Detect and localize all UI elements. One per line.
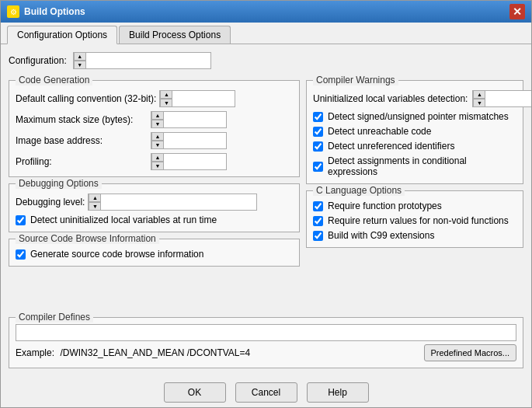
ib-spin-down[interactable]: ▼ xyxy=(151,141,164,149)
profiling-label: Profiling: xyxy=(16,156,148,167)
compiler-warnings-group: Compiler Warnings Uninitialized local va… xyxy=(306,80,523,184)
dl-spin-down[interactable]: ▼ xyxy=(89,202,101,211)
title-bar: ⚙ Build Options ✕ xyxy=(1,1,531,23)
dl-spin-up[interactable]: ▲ xyxy=(89,194,101,202)
main-panels: Code Generation Default calling conventi… xyxy=(9,80,523,311)
detect-uninit-row: Detect uninitialized local variables at … xyxy=(16,214,293,225)
generate-browse-label: Generate source code browse information xyxy=(30,249,203,260)
tab-content: Configuration: ▲ ▼ All Configurations Co… xyxy=(1,44,531,376)
predefined-macros-button[interactable]: Predefined Macros... xyxy=(424,344,517,361)
debug-level-spinner[interactable]: ▲ ▼ Extended xyxy=(88,194,257,211)
generate-browse-checkbox[interactable] xyxy=(16,249,26,260)
warn-check-3: Detect assignments in conditional expres… xyxy=(313,155,516,177)
image-base-row: Image base address: ▲ ▼ x00400000 xyxy=(16,132,293,149)
warn-checkbox-3[interactable] xyxy=(313,162,323,172)
clang-checkbox-1[interactable] xyxy=(313,216,323,226)
cancel-button[interactable]: Cancel xyxy=(235,382,297,403)
compiler-warnings-title: Compiler Warnings xyxy=(313,75,398,85)
generate-browse-row: Generate source code browse information xyxy=(16,249,293,260)
clang-check-0: Require function prototypes xyxy=(313,201,516,211)
build-options-window: ⚙ Build Options ✕ Configuration Options … xyxy=(0,0,532,408)
warn-check-2: Detect unreferenced identifiers xyxy=(313,141,516,152)
configuration-spinner[interactable]: ▲ ▼ All Configurations xyxy=(73,52,211,69)
calling-convention-row: Default calling convention (32-bit): ▲ ▼… xyxy=(16,90,293,107)
example-label: Example: xyxy=(16,347,54,358)
code-generation-title: Code Generation xyxy=(16,75,92,85)
left-column: Code Generation Default calling conventi… xyxy=(9,80,300,311)
warn-label-2: Detect unreferenced identifiers xyxy=(328,141,454,152)
image-base-input[interactable]: x00400000 xyxy=(164,133,226,148)
source-browse-group: Source Code Browse Information Generate … xyxy=(9,239,300,267)
warn-check-1: Detect unreachable code xyxy=(313,126,516,137)
clang-check-2: Build with C99 extensions xyxy=(313,230,516,241)
uninit-detection-row: Uninitialized local variables detection:… xyxy=(313,90,516,107)
warn-checkbox-2[interactable] xyxy=(313,141,323,152)
code-generation-content: Default calling convention (32-bit): ▲ ▼… xyxy=(16,90,293,170)
uninit-detection-label: Uninitialized local variables detection: xyxy=(313,93,468,104)
compiler-defines-group: Compiler Defines /DWIN32_LEAN_AND_MEAN E… xyxy=(9,317,523,368)
calling-convention-input[interactable]: __cdecl xyxy=(172,91,235,106)
window-icon: ⚙ xyxy=(7,5,19,18)
ud-spin-up[interactable]: ▲ xyxy=(473,90,485,99)
calling-convention-spinner[interactable]: ▲ ▼ __cdecl xyxy=(159,90,235,107)
config-spin-down[interactable]: ▼ xyxy=(74,61,86,69)
cc-spin-down[interactable]: ▼ xyxy=(160,99,172,107)
ok-button[interactable]: OK xyxy=(164,382,226,403)
ib-spin-up[interactable]: ▲ xyxy=(151,132,164,141)
configuration-label: Configuration: xyxy=(9,55,67,66)
uninit-detection-input[interactable]: Aggressive xyxy=(485,91,531,106)
image-base-spinner[interactable]: ▲ ▼ x00400000 xyxy=(151,132,227,149)
defines-example-text: Example: /DWIN32_LEAN_AND_MEAN /DCONTVAL… xyxy=(16,347,250,358)
title-bar-left: ⚙ Build Options xyxy=(7,5,85,18)
c-language-title: C Language Options xyxy=(313,185,405,196)
stack-size-label: Maximum stack size (bytes): xyxy=(16,114,148,125)
code-generation-group: Code Generation Default calling conventi… xyxy=(9,80,300,177)
clang-checkbox-2[interactable] xyxy=(313,231,323,241)
debugging-content: Debugging level: ▲ ▼ Extended xyxy=(16,194,293,225)
debug-level-input[interactable]: Extended xyxy=(101,194,256,210)
uninit-detection-spinner[interactable]: ▲ ▼ Aggressive xyxy=(472,90,531,107)
tab-build-process[interactable]: Build Process Options xyxy=(119,26,231,44)
clang-check-1: Require return values for non-void funct… xyxy=(313,215,516,226)
close-button[interactable]: ✕ xyxy=(509,4,525,19)
clang-label-0: Require function prototypes xyxy=(328,201,442,211)
clang-label-1: Require return values for non-void funct… xyxy=(328,215,509,226)
cc-spin-up[interactable]: ▲ xyxy=(160,90,172,99)
source-browse-title: Source Code Browse Information xyxy=(16,233,159,244)
profiling-spinner[interactable]: ▲ ▼ Disabled xyxy=(151,153,227,170)
clang-label-2: Build with C99 extensions xyxy=(328,230,434,241)
pr-spin-up[interactable]: ▲ xyxy=(151,153,164,162)
tab-configuration[interactable]: Configuration Options xyxy=(7,26,117,44)
clang-checkbox-0[interactable] xyxy=(313,201,323,211)
debugging-group: Debugging Options Debugging level: ▲ ▼ E… xyxy=(9,183,300,232)
c-language-content: Require function prototypes Require retu… xyxy=(313,201,516,241)
stack-size-input[interactable]: 250000 xyxy=(164,112,226,127)
profiling-row: Profiling: ▲ ▼ Disabled xyxy=(16,153,293,170)
c-language-group: C Language Options Require function prot… xyxy=(306,190,523,248)
warn-checkbox-0[interactable] xyxy=(313,112,323,122)
configuration-row: Configuration: ▲ ▼ All Configurations xyxy=(9,52,523,69)
help-button[interactable]: Help xyxy=(307,382,369,403)
ss-spin-up[interactable]: ▲ xyxy=(151,111,164,120)
ss-spin-down[interactable]: ▼ xyxy=(151,120,164,128)
example-value: /DWIN32_LEAN_AND_MEAN /DCONTVAL=4 xyxy=(60,347,250,358)
warn-label-1: Detect unreachable code xyxy=(328,126,431,137)
warn-check-0: Detect signed/unsigned pointer mismatche… xyxy=(313,111,516,122)
config-spin-up[interactable]: ▲ xyxy=(74,52,86,61)
profiling-input[interactable]: Disabled xyxy=(164,154,226,169)
compiler-warnings-content: Uninitialized local variables detection:… xyxy=(313,90,516,177)
calling-convention-label: Default calling convention (32-bit): xyxy=(16,93,156,104)
ud-spin-down[interactable]: ▼ xyxy=(473,99,485,107)
stack-size-spinner[interactable]: ▲ ▼ 250000 xyxy=(151,111,227,128)
right-column: Compiler Warnings Uninitialized local va… xyxy=(306,80,523,311)
configuration-input[interactable]: All Configurations xyxy=(86,53,210,68)
warn-checkbox-1[interactable] xyxy=(313,127,323,137)
defines-example-row: Example: /DWIN32_LEAN_AND_MEAN /DCONTVAL… xyxy=(16,344,516,361)
source-browse-content: Generate source code browse information xyxy=(16,249,293,260)
pr-spin-down[interactable]: ▼ xyxy=(151,162,164,170)
compiler-defines-input[interactable]: /DWIN32_LEAN_AND_MEAN xyxy=(16,324,516,341)
detect-uninit-checkbox[interactable] xyxy=(16,215,26,225)
compiler-defines-title: Compiler Defines xyxy=(16,312,93,323)
image-base-label: Image base address: xyxy=(16,135,148,146)
detect-uninit-label: Detect uninitialized local variables at … xyxy=(30,214,217,225)
